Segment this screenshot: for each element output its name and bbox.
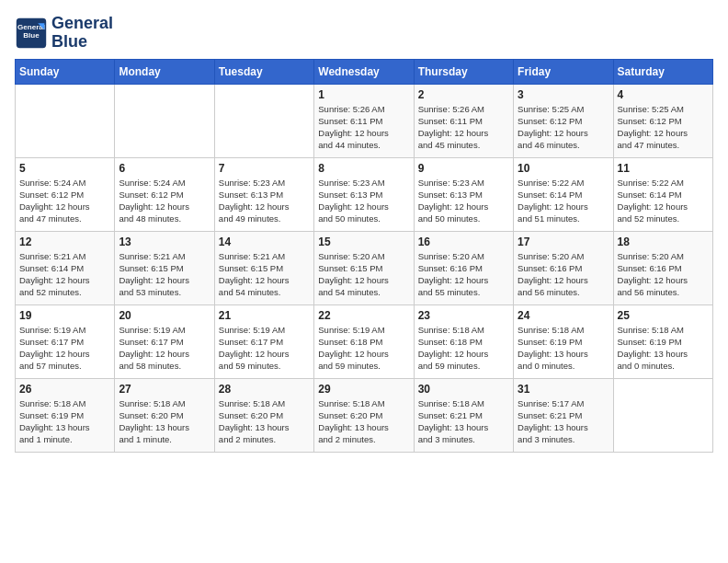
day-number: 12 (19, 236, 110, 248)
calendar-cell (115, 84, 214, 157)
day-number: 14 (219, 236, 310, 248)
day-number: 21 (219, 309, 310, 322)
day-detail: Sunrise: 5:18 AM Sunset: 6:20 PM Dayligh… (318, 397, 409, 446)
day-number: 15 (318, 236, 409, 248)
calendar-cell (214, 84, 313, 157)
day-number: 6 (119, 162, 210, 175)
day-detail: Sunrise: 5:23 AM Sunset: 6:13 PM Dayligh… (219, 177, 310, 225)
day-detail: Sunrise: 5:24 AM Sunset: 6:12 PM Dayligh… (19, 177, 110, 225)
calendar-cell: 15Sunrise: 5:20 AM Sunset: 6:15 PM Dayli… (314, 231, 414, 304)
day-number: 19 (19, 309, 110, 322)
day-number: 4 (618, 88, 709, 101)
calendar-cell: 20Sunrise: 5:19 AM Sunset: 6:17 PM Dayli… (115, 304, 214, 378)
day-number: 11 (618, 162, 709, 175)
calendar-cell: 31Sunrise: 5:17 AM Sunset: 6:21 PM Dayli… (514, 378, 613, 452)
day-number: 28 (219, 383, 310, 396)
page-header: General Blue General Blue (15, 15, 713, 52)
calendar-cell: 11Sunrise: 5:22 AM Sunset: 6:14 PM Dayli… (613, 157, 712, 231)
calendar-week-row: 5Sunrise: 5:24 AM Sunset: 6:12 PM Daylig… (16, 157, 713, 231)
calendar-cell: 29Sunrise: 5:18 AM Sunset: 6:20 PM Dayli… (314, 378, 414, 452)
day-detail: Sunrise: 5:18 AM Sunset: 6:20 PM Dayligh… (119, 397, 210, 446)
day-detail: Sunrise: 5:20 AM Sunset: 6:15 PM Dayligh… (318, 250, 409, 299)
day-detail: Sunrise: 5:18 AM Sunset: 6:19 PM Dayligh… (518, 324, 609, 373)
day-detail: Sunrise: 5:20 AM Sunset: 6:16 PM Dayligh… (418, 250, 509, 299)
day-number: 27 (119, 383, 210, 396)
calendar-cell: 4Sunrise: 5:25 AM Sunset: 6:12 PM Daylig… (613, 84, 712, 157)
logo-icon: General Blue (15, 17, 48, 50)
day-detail: Sunrise: 5:26 AM Sunset: 6:11 PM Dayligh… (418, 103, 509, 152)
day-detail: Sunrise: 5:17 AM Sunset: 6:21 PM Dayligh… (518, 397, 609, 446)
calendar-cell: 27Sunrise: 5:18 AM Sunset: 6:20 PM Dayli… (115, 378, 214, 452)
calendar-cell: 16Sunrise: 5:20 AM Sunset: 6:16 PM Dayli… (414, 231, 513, 304)
day-number: 29 (318, 383, 409, 396)
day-number: 24 (518, 309, 609, 322)
calendar-cell (613, 378, 712, 452)
day-number: 17 (518, 236, 609, 248)
day-number: 9 (418, 162, 509, 175)
weekday-header: Sunday (16, 59, 115, 84)
day-number: 22 (318, 309, 409, 322)
calendar-week-row: 19Sunrise: 5:19 AM Sunset: 6:17 PM Dayli… (16, 304, 713, 378)
weekday-header: Tuesday (214, 59, 313, 84)
calendar-cell: 7Sunrise: 5:23 AM Sunset: 6:13 PM Daylig… (214, 157, 313, 231)
weekday-header: Thursday (414, 59, 513, 84)
calendar-cell: 1Sunrise: 5:26 AM Sunset: 6:11 PM Daylig… (314, 84, 414, 157)
calendar-cell: 18Sunrise: 5:20 AM Sunset: 6:16 PM Dayli… (613, 231, 712, 304)
day-detail: Sunrise: 5:19 AM Sunset: 6:17 PM Dayligh… (219, 324, 310, 373)
day-number: 18 (618, 236, 709, 248)
calendar-cell: 17Sunrise: 5:20 AM Sunset: 6:16 PM Dayli… (514, 231, 613, 304)
calendar-cell: 26Sunrise: 5:18 AM Sunset: 6:19 PM Dayli… (16, 378, 115, 452)
day-number: 20 (119, 309, 210, 322)
day-detail: Sunrise: 5:20 AM Sunset: 6:16 PM Dayligh… (618, 250, 709, 299)
day-detail: Sunrise: 5:21 AM Sunset: 6:15 PM Dayligh… (119, 250, 210, 299)
calendar-cell: 8Sunrise: 5:23 AM Sunset: 6:13 PM Daylig… (314, 157, 414, 231)
calendar-cell: 2Sunrise: 5:26 AM Sunset: 6:11 PM Daylig… (414, 84, 513, 157)
calendar-cell: 10Sunrise: 5:22 AM Sunset: 6:14 PM Dayli… (514, 157, 613, 231)
day-detail: Sunrise: 5:19 AM Sunset: 6:17 PM Dayligh… (119, 324, 210, 373)
calendar-table: SundayMondayTuesdayWednesdayThursdayFrid… (15, 59, 713, 453)
calendar-cell: 13Sunrise: 5:21 AM Sunset: 6:15 PM Dayli… (115, 231, 214, 304)
day-detail: Sunrise: 5:19 AM Sunset: 6:18 PM Dayligh… (318, 324, 409, 373)
logo-text: General Blue (51, 15, 113, 52)
weekday-header: Saturday (613, 59, 712, 84)
day-number: 8 (318, 162, 409, 175)
day-detail: Sunrise: 5:23 AM Sunset: 6:13 PM Dayligh… (318, 177, 409, 225)
calendar-cell: 23Sunrise: 5:18 AM Sunset: 6:18 PM Dayli… (414, 304, 513, 378)
calendar-cell: 3Sunrise: 5:25 AM Sunset: 6:12 PM Daylig… (514, 84, 613, 157)
calendar-week-row: 26Sunrise: 5:18 AM Sunset: 6:19 PM Dayli… (16, 378, 713, 452)
day-detail: Sunrise: 5:23 AM Sunset: 6:13 PM Dayligh… (418, 177, 509, 225)
day-detail: Sunrise: 5:25 AM Sunset: 6:12 PM Dayligh… (518, 103, 609, 152)
day-number: 3 (518, 88, 609, 101)
day-detail: Sunrise: 5:21 AM Sunset: 6:15 PM Dayligh… (219, 250, 310, 299)
day-detail: Sunrise: 5:18 AM Sunset: 6:21 PM Dayligh… (418, 397, 509, 446)
day-detail: Sunrise: 5:18 AM Sunset: 6:18 PM Dayligh… (418, 324, 509, 373)
calendar-cell: 5Sunrise: 5:24 AM Sunset: 6:12 PM Daylig… (16, 157, 115, 231)
day-number: 13 (119, 236, 210, 248)
day-number: 7 (219, 162, 310, 175)
day-number: 30 (418, 383, 509, 396)
calendar-cell: 12Sunrise: 5:21 AM Sunset: 6:14 PM Dayli… (16, 231, 115, 304)
day-number: 5 (19, 162, 110, 175)
day-number: 26 (19, 383, 110, 396)
calendar-cell: 22Sunrise: 5:19 AM Sunset: 6:18 PM Dayli… (314, 304, 414, 378)
day-detail: Sunrise: 5:18 AM Sunset: 6:19 PM Dayligh… (618, 324, 709, 373)
day-detail: Sunrise: 5:18 AM Sunset: 6:19 PM Dayligh… (19, 397, 110, 446)
day-detail: Sunrise: 5:22 AM Sunset: 6:14 PM Dayligh… (518, 177, 609, 225)
day-detail: Sunrise: 5:20 AM Sunset: 6:16 PM Dayligh… (518, 250, 609, 299)
calendar-cell: 28Sunrise: 5:18 AM Sunset: 6:20 PM Dayli… (214, 378, 313, 452)
day-number: 2 (418, 88, 509, 101)
calendar-cell: 21Sunrise: 5:19 AM Sunset: 6:17 PM Dayli… (214, 304, 313, 378)
calendar-week-row: 1Sunrise: 5:26 AM Sunset: 6:11 PM Daylig… (16, 84, 713, 157)
day-detail: Sunrise: 5:19 AM Sunset: 6:17 PM Dayligh… (19, 324, 110, 373)
calendar-cell: 25Sunrise: 5:18 AM Sunset: 6:19 PM Dayli… (613, 304, 712, 378)
day-detail: Sunrise: 5:26 AM Sunset: 6:11 PM Dayligh… (318, 103, 409, 152)
day-number: 25 (618, 309, 709, 322)
calendar-cell: 6Sunrise: 5:24 AM Sunset: 6:12 PM Daylig… (115, 157, 214, 231)
day-number: 16 (418, 236, 509, 248)
day-number: 1 (318, 88, 409, 101)
day-detail: Sunrise: 5:25 AM Sunset: 6:12 PM Dayligh… (618, 103, 709, 152)
calendar-cell: 24Sunrise: 5:18 AM Sunset: 6:19 PM Dayli… (514, 304, 613, 378)
calendar-cell: 14Sunrise: 5:21 AM Sunset: 6:15 PM Dayli… (214, 231, 313, 304)
calendar-cell: 9Sunrise: 5:23 AM Sunset: 6:13 PM Daylig… (414, 157, 513, 231)
weekday-header: Monday (115, 59, 214, 84)
